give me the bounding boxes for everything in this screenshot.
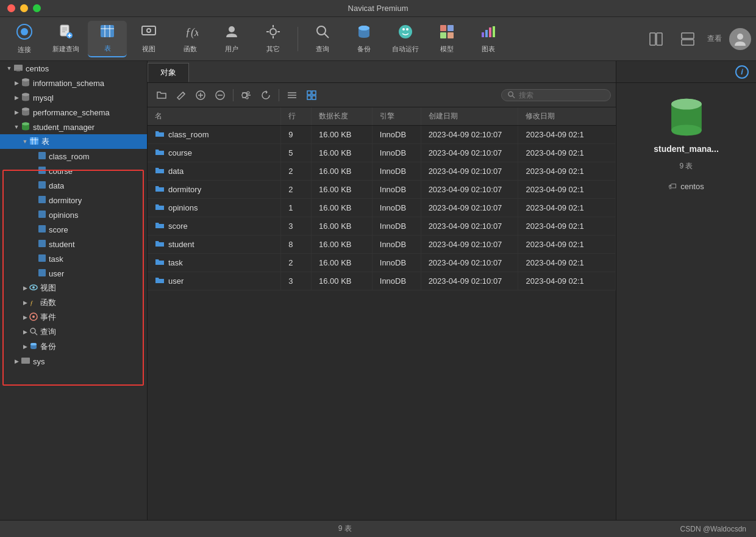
col-engine: 引擎	[372, 107, 421, 126]
toolbar-separator-1	[298, 27, 298, 51]
sidebar-item-shitu[interactable]: ▶ 视图	[0, 281, 147, 295]
query-icon	[29, 327, 38, 337]
class-room-label: class_room	[49, 152, 89, 161]
delete-button[interactable]	[211, 87, 229, 104]
toolbar-other[interactable]: 其它	[254, 21, 293, 57]
table-row[interactable]: task 2 16.00 KB InnoDB 2023-04-09 02:10:…	[148, 254, 616, 272]
sidebar-item-student-manager[interactable]: ▼ student_manager	[0, 120, 147, 134]
edit-button[interactable]	[172, 87, 190, 104]
titlebar: Navicat Premium	[0, 0, 756, 17]
folder-icon	[155, 147, 165, 159]
expand-icon: ▶	[21, 284, 29, 292]
open-folder-button[interactable]	[152, 87, 171, 104]
toolbar-function[interactable]: ƒ(x) 函数	[171, 21, 210, 57]
folder-icon	[155, 202, 165, 214]
list-view-button[interactable]	[283, 87, 301, 104]
svg-rect-30	[440, 25, 446, 31]
sidebar-item-opinions[interactable]: opinions	[0, 207, 147, 222]
cell-rows: 8	[281, 236, 312, 254]
toolbar-table[interactable]: 表	[88, 21, 127, 57]
sidebar-item-chaxun[interactable]: ▶ 查询	[0, 325, 147, 339]
database-icon-large	[667, 98, 706, 137]
sidebar-item-beifen[interactable]: ▶ 备份	[0, 339, 147, 354]
chart-label: 图表	[482, 45, 495, 54]
sidebar-item-user[interactable]: user	[0, 266, 147, 281]
expand-icon: ▶	[12, 357, 21, 366]
sidebar-item-mysql[interactable]: ▶ mysql	[0, 90, 147, 105]
toolbar-query[interactable]: 查询	[303, 21, 342, 57]
cell-rows: 2	[281, 254, 312, 272]
expand-icon: ▶	[21, 313, 29, 322]
toolbar-auto-run[interactable]: 自动运行	[386, 21, 425, 57]
sidebar-item-data[interactable]: data	[0, 178, 147, 193]
cell-created: 2023-04-09 02:10:07	[421, 162, 518, 181]
sidebar-item-student[interactable]: student	[0, 237, 147, 251]
svg-rect-62	[38, 196, 46, 203]
cell-rows: 5	[281, 144, 312, 162]
sidebar-item-sys[interactable]: ▶ sys	[0, 354, 147, 369]
cell-created: 2023-04-09 02:10:07	[421, 272, 518, 290]
view-toggle-icon[interactable]	[676, 27, 700, 51]
grid-view-button[interactable]	[302, 87, 321, 104]
sidebar-item-performance-schema[interactable]: ▶ performance_schema	[0, 105, 147, 120]
maximize-button[interactable]	[33, 4, 41, 12]
sidebar-item-hanshu[interactable]: ▶ ƒ 函数	[0, 295, 147, 310]
toolbar-right: 查看	[644, 27, 751, 51]
sidebar-item-dormitory[interactable]: dormitory	[0, 193, 147, 207]
minimize-button[interactable]	[20, 4, 28, 12]
cell-created: 2023-04-09 02:10:07	[421, 144, 518, 162]
window-controls[interactable]	[7, 4, 41, 12]
sidebar: ▼ centos ▶ information_schema	[0, 61, 148, 520]
table-row[interactable]: class_room 9 16.00 KB InnoDB 2023-04-09 …	[148, 126, 616, 144]
sidebar-item-shijian[interactable]: ▶ 事件	[0, 310, 147, 325]
split-view-icon[interactable]	[644, 27, 668, 51]
close-button[interactable]	[7, 4, 15, 12]
search-input[interactable]	[519, 91, 604, 99]
table-row[interactable]: dormitory 2 16.00 KB InnoDB 2023-04-09 0…	[148, 181, 616, 199]
sidebar-item-score[interactable]: score	[0, 222, 147, 237]
query-label: 查询	[316, 45, 329, 54]
table-row[interactable]: data 2 16.00 KB InnoDB 2023-04-09 02:10:…	[148, 162, 616, 181]
expand-icon: ▶	[12, 93, 21, 102]
toolbar-connect[interactable]: 连接	[5, 21, 44, 57]
cell-engine: InnoDB	[372, 272, 421, 290]
cell-size: 16.00 KB	[312, 162, 373, 181]
sidebar-item-class-room[interactable]: class_room	[0, 149, 147, 164]
cell-engine: InnoDB	[372, 217, 421, 236]
add-button[interactable]	[191, 87, 210, 104]
table-row[interactable]: opinions 1 16.00 KB InnoDB 2023-04-09 02…	[148, 199, 616, 217]
sidebar-item-task[interactable]: task	[0, 251, 147, 266]
table-row[interactable]: score 3 16.00 KB InnoDB 2023-04-09 02:10…	[148, 217, 616, 236]
user-avatar[interactable]	[729, 28, 751, 50]
cell-modified: 2023-04-09 02:1	[518, 199, 616, 217]
cell-created: 2023-04-09 02:10:07	[421, 126, 518, 144]
cell-size: 16.00 KB	[312, 126, 373, 144]
search-box[interactable]	[501, 89, 611, 101]
toolbar-view[interactable]: 视图	[129, 21, 168, 57]
sidebar-item-course[interactable]: course	[0, 164, 147, 178]
sidebar-item-information-schema[interactable]: ▶ information_schema	[0, 76, 147, 90]
sidebar-item-biao[interactable]: ▼ 表	[0, 134, 147, 149]
filter-button[interactable]	[237, 87, 255, 104]
toolbar-new-query[interactable]: 新建查询	[46, 21, 85, 57]
refresh-button[interactable]	[257, 87, 275, 104]
sidebar-item-centos[interactable]: ▼ centos	[0, 61, 147, 76]
svg-point-18	[270, 29, 276, 35]
toolbar-model[interactable]: 模型	[427, 21, 466, 57]
sys-icon	[21, 356, 30, 367]
table-row[interactable]: student 8 16.00 KB InnoDB 2023-04-09 02:…	[148, 236, 616, 254]
course-label: course	[49, 167, 73, 176]
info-icon[interactable]: i	[735, 65, 749, 79]
svg-line-24	[324, 34, 329, 38]
db-icon	[21, 77, 30, 89]
toolbar-backup[interactable]: 备份	[344, 21, 383, 57]
tab-objects[interactable]: 对象	[148, 63, 189, 82]
toolbar-chart[interactable]: 图表	[469, 21, 508, 57]
table-row[interactable]: course 5 16.00 KB InnoDB 2023-04-09 02:1…	[148, 144, 616, 162]
table-row[interactable]: user 3 16.00 KB InnoDB 2023-04-09 02:10:…	[148, 272, 616, 290]
cell-rows: 3	[281, 217, 312, 236]
toolbar-user[interactable]: 用户	[212, 21, 251, 57]
cell-created: 2023-04-09 02:10:07	[421, 236, 518, 254]
backup-icon	[356, 24, 372, 42]
table-sidebar-icon	[29, 136, 39, 148]
